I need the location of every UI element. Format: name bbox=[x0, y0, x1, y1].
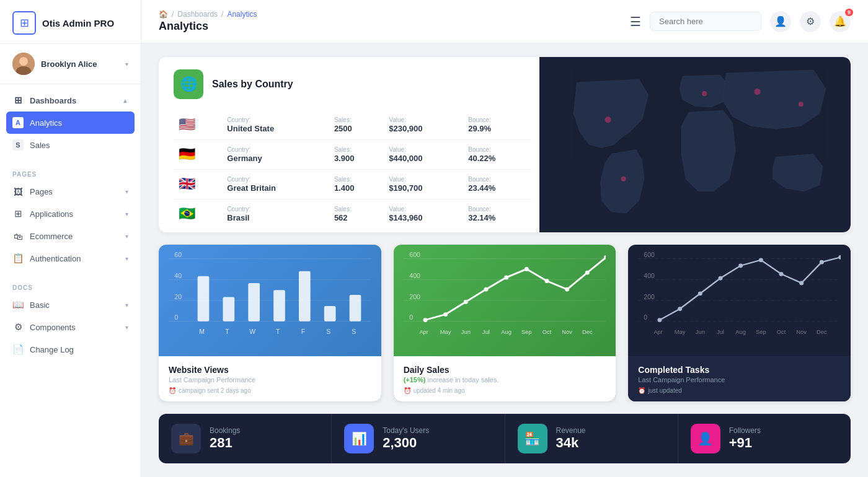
globe-icon: 🌐 bbox=[174, 69, 203, 99]
svg-text:Dec: Dec bbox=[582, 329, 593, 335]
clock-icon-2: ⏰ bbox=[404, 387, 411, 394]
svg-rect-19 bbox=[273, 290, 285, 322]
sidebar: ⊞ Otis Admin PRO Brooklyn Alice ▾ ⊞ Dash… bbox=[0, 0, 141, 477]
completed-tasks-card: 600 400 200 0 bbox=[628, 245, 851, 401]
svg-text:Jun: Jun bbox=[696, 329, 705, 335]
svg-rect-22 bbox=[350, 295, 361, 322]
svg-rect-21 bbox=[324, 306, 336, 322]
docs-section-label: DOCS bbox=[0, 279, 141, 294]
notification-badge: 9 bbox=[845, 9, 853, 16]
charts-row: 60 40 20 0 M T bbox=[159, 245, 851, 401]
sidebar-item-applications[interactable]: ⊞ Applications ▾ bbox=[0, 203, 141, 225]
svg-text:Nov: Nov bbox=[797, 329, 807, 335]
svg-text:T: T bbox=[225, 328, 229, 335]
ecommerce-chevron-icon: ▾ bbox=[125, 233, 128, 240]
applications-chevron-icon: ▾ bbox=[125, 211, 128, 217]
svg-text:May: May bbox=[440, 329, 451, 335]
sales-country-card: 🌐 Sales by Country 🇺🇸 Country:United Sta… bbox=[159, 57, 851, 232]
sidebar-item-authentication[interactable]: 📋 Authentication ▾ bbox=[0, 247, 141, 269]
breadcrumb-home-icon: 🏠 bbox=[159, 10, 168, 19]
pages-chevron-icon: ▾ bbox=[125, 188, 128, 195]
basic-chevron-icon: ▾ bbox=[125, 302, 128, 309]
svg-text:0: 0 bbox=[409, 315, 413, 322]
header-left: 🏠 / Dashboards / Analytics Analytics bbox=[159, 10, 621, 33]
sidebar-item-sales[interactable]: S Sales bbox=[0, 134, 141, 156]
dashboards-icon: ⊞ bbox=[12, 95, 24, 106]
stat-label-bookings: Bookings bbox=[210, 426, 240, 435]
svg-text:Aug: Aug bbox=[736, 329, 746, 335]
dashboards-section: ⊞ Dashboards ▲ A Analytics S Sales bbox=[0, 84, 141, 161]
sidebar-item-pages-label: Pages bbox=[30, 187, 119, 196]
svg-text:Sep: Sep bbox=[756, 329, 766, 335]
svg-point-6 bbox=[799, 102, 804, 107]
world-map-overlay bbox=[539, 57, 851, 232]
country-flag: 🇬🇧 bbox=[179, 176, 195, 191]
svg-text:Oct: Oct bbox=[542, 329, 551, 335]
sidebar-item-pages[interactable]: 🖼 Pages ▾ bbox=[0, 180, 141, 203]
sidebar-item-changelog[interactable]: 📄 Change Log bbox=[0, 338, 141, 361]
applications-icon: ⊞ bbox=[12, 208, 24, 219]
table-row: 🇺🇸 Country:United State Sales:2500 Value… bbox=[174, 110, 531, 140]
svg-point-72 bbox=[799, 281, 804, 286]
svg-text:60: 60 bbox=[174, 252, 182, 258]
user-chevron-icon: ▾ bbox=[125, 61, 128, 68]
website-views-chart: 60 40 20 0 M T bbox=[159, 245, 381, 356]
svg-point-5 bbox=[754, 89, 760, 95]
sidebar-item-ecommerce[interactable]: 🛍 Ecommerce ▾ bbox=[0, 225, 141, 247]
svg-text:Nov: Nov bbox=[562, 329, 572, 335]
notifications-button[interactable]: 🔔 9 bbox=[830, 11, 851, 32]
pages-section: PAGES 🖼 Pages ▾ ⊞ Applications ▾ 🛍 Ecomm… bbox=[0, 161, 141, 274]
svg-text:Sep: Sep bbox=[521, 329, 532, 335]
sidebar-item-dashboards[interactable]: ⊞ Dashboards ▲ bbox=[0, 89, 141, 112]
completed-tasks-info: Completed Tasks Last Campaign Performanc… bbox=[628, 356, 851, 401]
svg-point-1 bbox=[19, 57, 28, 66]
stat-value-followers: +91 bbox=[729, 435, 761, 451]
country-flag: 🇺🇸 bbox=[179, 116, 195, 132]
user-profile[interactable]: Brooklyn Alice ▾ bbox=[0, 44, 141, 84]
sales-icon: S bbox=[12, 139, 24, 151]
svg-text:200: 200 bbox=[644, 294, 655, 300]
breadcrumb-dashboards[interactable]: Dashboards bbox=[177, 10, 218, 19]
svg-text:Jul: Jul bbox=[482, 329, 490, 335]
sales-country-title: Sales by Country bbox=[212, 79, 293, 90]
components-chevron-icon: ▾ bbox=[125, 324, 128, 331]
sidebar-item-components[interactable]: ⚙ Components ▾ bbox=[0, 316, 141, 338]
svg-point-38 bbox=[423, 318, 427, 322]
stat-icon-followers: 👤 bbox=[691, 424, 720, 453]
components-icon: ⚙ bbox=[12, 322, 24, 333]
website-views-subtitle: Last Campaign Performance bbox=[169, 376, 371, 383]
user-profile-button[interactable]: 👤 bbox=[770, 11, 791, 32]
svg-text:Oct: Oct bbox=[777, 329, 786, 335]
svg-rect-17 bbox=[223, 297, 234, 321]
svg-text:W: W bbox=[249, 328, 255, 335]
svg-text:400: 400 bbox=[409, 273, 420, 279]
sidebar-item-analytics[interactable]: A Analytics bbox=[6, 112, 135, 134]
daily-sales-time: ⏰ updated 4 min ago bbox=[404, 387, 606, 394]
sidebar-item-basic[interactable]: 📖 Basic ▾ bbox=[0, 294, 141, 316]
settings-button[interactable]: ⚙ bbox=[800, 11, 821, 32]
basic-icon: 📖 bbox=[12, 299, 24, 310]
svg-point-74 bbox=[838, 255, 840, 260]
breadcrumb-analytics: Analytics bbox=[227, 10, 257, 19]
search-input[interactable] bbox=[650, 12, 761, 31]
daily-sales-title: Daily Sales bbox=[404, 365, 606, 375]
hamburger-icon[interactable]: ☰ bbox=[630, 14, 641, 29]
svg-point-70 bbox=[759, 258, 763, 262]
dashboards-chevron-icon: ▲ bbox=[122, 97, 128, 104]
daily-sales-subtitle: (+15%) increase in today sales. bbox=[404, 376, 606, 383]
svg-text:600: 600 bbox=[644, 252, 655, 258]
svg-text:Jul: Jul bbox=[717, 329, 724, 335]
stat-value-revenue: 34k bbox=[556, 435, 586, 451]
svg-text:May: May bbox=[675, 329, 686, 335]
table-row: 🇬🇧 Country:Great Britain Sales:1.400 Val… bbox=[174, 170, 531, 199]
svg-text:Jun: Jun bbox=[461, 329, 470, 335]
table-row: 🇩🇪 Country:Germany Sales:3.900 Value:$44… bbox=[174, 140, 531, 170]
svg-point-45 bbox=[565, 287, 569, 292]
stat-icon-today_users: 📊 bbox=[344, 424, 374, 453]
svg-rect-16 bbox=[198, 276, 210, 322]
pages-icon: 🖼 bbox=[12, 186, 24, 197]
main-area: 🏠 / Dashboards / Analytics Analytics ☰ 👤… bbox=[141, 0, 868, 477]
svg-point-65 bbox=[658, 318, 662, 322]
svg-text:S: S bbox=[352, 328, 356, 335]
sidebar-item-authentication-label: Authentication bbox=[30, 254, 119, 263]
